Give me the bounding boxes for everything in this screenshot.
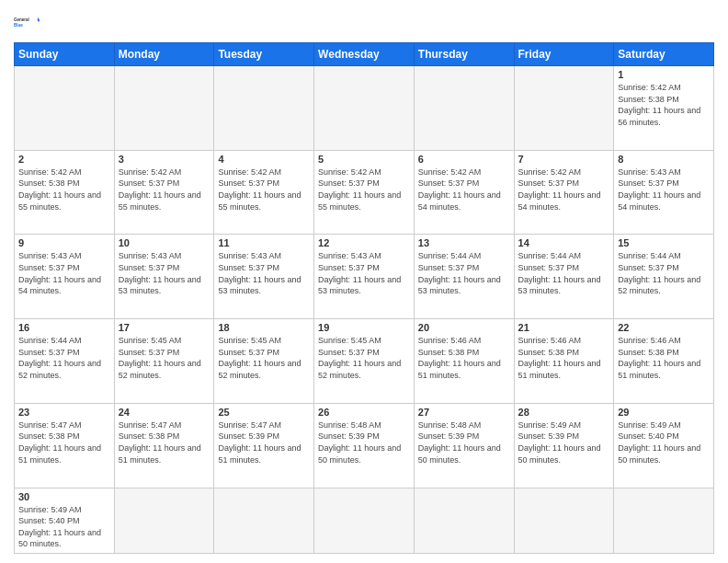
calendar-table: SundayMondayTuesdayWednesdayThursdayFrid… — [14, 42, 714, 554]
day-info: Sunrise: 5:46 AMSunset: 5:38 PMDaylight:… — [618, 335, 710, 381]
day-info: Sunrise: 5:49 AMSunset: 5:40 PMDaylight:… — [18, 504, 110, 550]
day-number: 19 — [318, 322, 410, 333]
calendar-cell: 23Sunrise: 5:47 AMSunset: 5:38 PMDayligh… — [15, 403, 115, 488]
calendar-cell: 21Sunrise: 5:46 AMSunset: 5:38 PMDayligh… — [514, 319, 614, 404]
day-number: 13 — [418, 237, 510, 248]
calendar-cell — [114, 66, 214, 151]
day-info: Sunrise: 5:42 AMSunset: 5:37 PMDaylight:… — [518, 167, 610, 213]
weekday-header-thursday: Thursday — [414, 43, 514, 66]
day-number: 17 — [119, 322, 210, 333]
day-number: 1 — [618, 69, 710, 80]
day-info: Sunrise: 5:46 AMSunset: 5:38 PMDaylight:… — [418, 335, 510, 381]
logo: General Blue — [14, 9, 40, 35]
calendar-cell: 1Sunrise: 5:42 AMSunset: 5:38 PMDaylight… — [614, 66, 714, 151]
weekday-header-monday: Monday — [114, 43, 214, 66]
day-number: 2 — [18, 154, 110, 165]
weekday-header-wednesday: Wednesday — [314, 43, 415, 66]
calendar-cell — [114, 488, 214, 553]
day-number: 24 — [119, 407, 210, 418]
calendar-cell — [214, 66, 314, 151]
calendar-cell: 30Sunrise: 5:49 AMSunset: 5:40 PMDayligh… — [15, 488, 115, 553]
logo-icon: General Blue — [14, 9, 40, 35]
calendar-cell: 13Sunrise: 5:44 AMSunset: 5:37 PMDayligh… — [414, 235, 514, 319]
day-info: Sunrise: 5:43 AMSunset: 5:37 PMDaylight:… — [119, 250, 210, 296]
day-info: Sunrise: 5:46 AMSunset: 5:38 PMDaylight:… — [518, 335, 610, 381]
day-info: Sunrise: 5:47 AMSunset: 5:38 PMDaylight:… — [18, 419, 110, 465]
weekday-header-friday: Friday — [514, 43, 614, 66]
day-number: 22 — [618, 322, 710, 333]
day-info: Sunrise: 5:48 AMSunset: 5:39 PMDaylight:… — [418, 419, 510, 465]
day-number: 4 — [218, 154, 310, 165]
day-number: 20 — [418, 322, 510, 333]
calendar-cell — [614, 488, 714, 553]
day-number: 7 — [518, 154, 610, 165]
calendar-cell: 24Sunrise: 5:47 AMSunset: 5:38 PMDayligh… — [114, 403, 214, 488]
calendar-cell — [514, 488, 614, 553]
day-info: Sunrise: 5:42 AMSunset: 5:37 PMDaylight:… — [418, 167, 510, 213]
day-info: Sunrise: 5:44 AMSunset: 5:37 PMDaylight:… — [518, 250, 610, 296]
day-number: 26 — [318, 407, 410, 418]
calendar-cell — [214, 488, 314, 553]
day-number: 16 — [18, 322, 110, 333]
day-info: Sunrise: 5:49 AMSunset: 5:39 PMDaylight:… — [518, 419, 610, 465]
calendar-cell: 22Sunrise: 5:46 AMSunset: 5:38 PMDayligh… — [614, 319, 714, 404]
day-number: 8 — [618, 154, 710, 165]
calendar-cell: 4Sunrise: 5:42 AMSunset: 5:37 PMDaylight… — [214, 150, 314, 235]
week-row-1: 1Sunrise: 5:42 AMSunset: 5:38 PMDaylight… — [15, 66, 714, 151]
day-info: Sunrise: 5:48 AMSunset: 5:39 PMDaylight:… — [318, 419, 410, 465]
week-row-6: 30Sunrise: 5:49 AMSunset: 5:40 PMDayligh… — [15, 488, 714, 553]
day-info: Sunrise: 5:45 AMSunset: 5:37 PMDaylight:… — [218, 335, 310, 381]
day-number: 29 — [618, 407, 710, 418]
day-info: Sunrise: 5:42 AMSunset: 5:37 PMDaylight:… — [218, 167, 310, 213]
svg-marker-2 — [38, 17, 40, 22]
day-info: Sunrise: 5:45 AMSunset: 5:37 PMDaylight:… — [119, 335, 210, 381]
day-info: Sunrise: 5:43 AMSunset: 5:37 PMDaylight:… — [218, 250, 310, 296]
calendar-cell: 2Sunrise: 5:42 AMSunset: 5:38 PMDaylight… — [15, 150, 115, 235]
day-info: Sunrise: 5:44 AMSunset: 5:37 PMDaylight:… — [618, 250, 710, 296]
calendar-cell: 19Sunrise: 5:45 AMSunset: 5:37 PMDayligh… — [314, 319, 415, 404]
day-number: 15 — [618, 237, 710, 248]
calendar-cell: 15Sunrise: 5:44 AMSunset: 5:37 PMDayligh… — [614, 235, 714, 319]
day-number: 12 — [318, 237, 410, 248]
day-number: 30 — [18, 491, 110, 502]
day-info: Sunrise: 5:45 AMSunset: 5:37 PMDaylight:… — [318, 335, 410, 381]
day-number: 27 — [418, 407, 510, 418]
day-number: 28 — [518, 407, 610, 418]
calendar-cell: 7Sunrise: 5:42 AMSunset: 5:37 PMDaylight… — [514, 150, 614, 235]
day-info: Sunrise: 5:43 AMSunset: 5:37 PMDaylight:… — [618, 167, 710, 213]
calendar-cell: 6Sunrise: 5:42 AMSunset: 5:37 PMDaylight… — [414, 150, 514, 235]
week-row-4: 16Sunrise: 5:44 AMSunset: 5:37 PMDayligh… — [15, 319, 714, 404]
day-info: Sunrise: 5:43 AMSunset: 5:37 PMDaylight:… — [318, 250, 410, 296]
calendar-cell — [314, 66, 415, 151]
calendar-cell: 5Sunrise: 5:42 AMSunset: 5:37 PMDaylight… — [314, 150, 415, 235]
calendar-cell: 26Sunrise: 5:48 AMSunset: 5:39 PMDayligh… — [314, 403, 415, 488]
week-row-2: 2Sunrise: 5:42 AMSunset: 5:38 PMDaylight… — [15, 150, 714, 235]
calendar-cell: 27Sunrise: 5:48 AMSunset: 5:39 PMDayligh… — [414, 403, 514, 488]
day-info: Sunrise: 5:42 AMSunset: 5:37 PMDaylight:… — [318, 167, 410, 213]
calendar-cell: 12Sunrise: 5:43 AMSunset: 5:37 PMDayligh… — [314, 235, 415, 319]
day-info: Sunrise: 5:42 AMSunset: 5:38 PMDaylight:… — [18, 167, 110, 213]
weekday-header-row: SundayMondayTuesdayWednesdayThursdayFrid… — [15, 43, 714, 66]
day-number: 10 — [119, 237, 210, 248]
day-number: 21 — [518, 322, 610, 333]
calendar-cell: 29Sunrise: 5:49 AMSunset: 5:40 PMDayligh… — [614, 403, 714, 488]
day-info: Sunrise: 5:44 AMSunset: 5:37 PMDaylight:… — [18, 335, 110, 381]
day-info: Sunrise: 5:42 AMSunset: 5:37 PMDaylight:… — [119, 167, 210, 213]
day-number: 6 — [418, 154, 510, 165]
day-number: 18 — [218, 322, 310, 333]
calendar-cell: 18Sunrise: 5:45 AMSunset: 5:37 PMDayligh… — [214, 319, 314, 404]
day-info: Sunrise: 5:43 AMSunset: 5:37 PMDaylight:… — [18, 250, 110, 296]
calendar-cell: 9Sunrise: 5:43 AMSunset: 5:37 PMDaylight… — [15, 235, 115, 319]
calendar-cell — [15, 66, 115, 151]
week-row-5: 23Sunrise: 5:47 AMSunset: 5:38 PMDayligh… — [15, 403, 714, 488]
day-info: Sunrise: 5:47 AMSunset: 5:38 PMDaylight:… — [119, 419, 210, 465]
weekday-header-sunday: Sunday — [15, 43, 115, 66]
calendar-cell: 11Sunrise: 5:43 AMSunset: 5:37 PMDayligh… — [214, 235, 314, 319]
calendar-cell — [314, 488, 415, 553]
day-number: 25 — [218, 407, 310, 418]
calendar-cell — [414, 488, 514, 553]
day-info: Sunrise: 5:42 AMSunset: 5:38 PMDaylight:… — [618, 82, 710, 128]
calendar-cell: 10Sunrise: 5:43 AMSunset: 5:37 PMDayligh… — [114, 235, 214, 319]
day-info: Sunrise: 5:47 AMSunset: 5:39 PMDaylight:… — [218, 419, 310, 465]
calendar-cell: 25Sunrise: 5:47 AMSunset: 5:39 PMDayligh… — [214, 403, 314, 488]
